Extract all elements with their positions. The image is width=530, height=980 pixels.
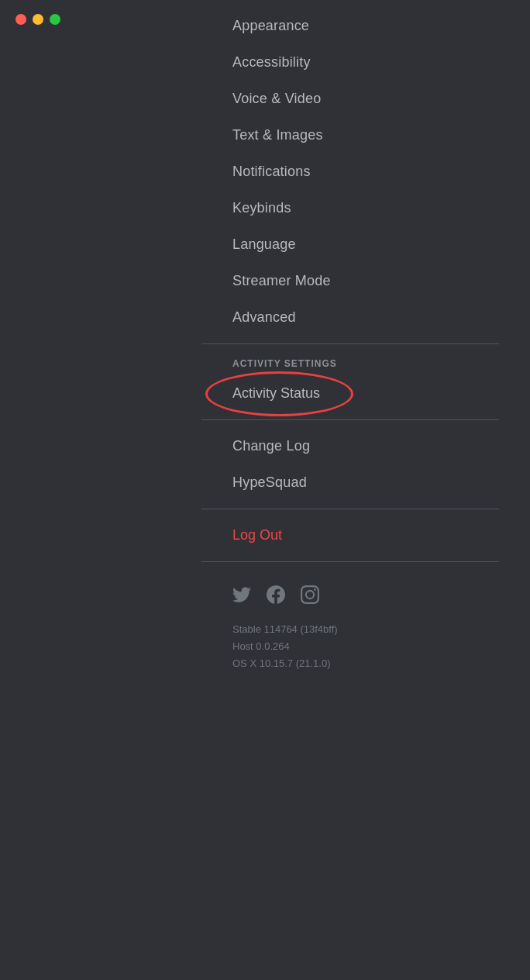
divider-logout: [0, 509, 530, 509]
settings-sidebar: Appearance Accessibility Voice & Video T…: [0, 0, 530, 980]
sidebar-item-activity-status[interactable]: Activity Status: [0, 375, 530, 412]
sidebar-item-accessibility[interactable]: Accessibility: [0, 44, 530, 81]
facebook-icon[interactable]: [267, 585, 285, 607]
sidebar-item-keybinds[interactable]: Keybinds: [0, 190, 530, 226]
window: Appearance Accessibility Voice & Video T…: [0, 0, 530, 980]
sidebar-item-language[interactable]: Language: [0, 226, 530, 263]
divider-activity: [0, 343, 530, 344]
sidebar-item-streamer-mode[interactable]: Streamer Mode: [0, 263, 530, 299]
divider-footer: [0, 419, 530, 420]
sidebar-item-hypesquad[interactable]: HypeSquad: [0, 464, 530, 501]
sidebar-item-change-log[interactable]: Change Log: [0, 428, 530, 464]
divider-social: [0, 561, 530, 562]
sidebar-item-advanced[interactable]: Advanced: [0, 299, 530, 336]
activity-settings-label: ACTIVITY SETTINGS: [0, 352, 530, 375]
version-info: Stable 114764 (13f4bff) Host 0.0.264 OS …: [0, 615, 530, 672]
nav-list: Appearance Accessibility Voice & Video T…: [0, 8, 530, 672]
twitter-icon[interactable]: [232, 585, 251, 607]
sidebar-item-voice-video[interactable]: Voice & Video: [0, 81, 530, 117]
sidebar-item-notifications[interactable]: Notifications: [0, 154, 530, 190]
sidebar-item-text-images[interactable]: Text & Images: [0, 117, 530, 154]
sidebar-item-appearance[interactable]: Appearance: [0, 8, 530, 44]
logout-button[interactable]: Log Out: [0, 517, 530, 554]
instagram-icon[interactable]: [301, 585, 319, 607]
social-icons-container: [0, 570, 530, 615]
